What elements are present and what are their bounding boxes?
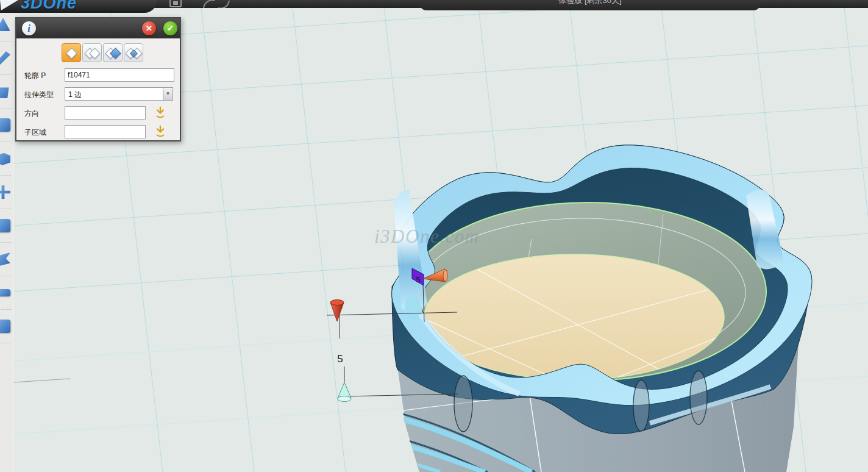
profile-field-row: 轮廓 P <box>16 66 180 85</box>
sidebar-tool-surface-icon[interactable] <box>0 109 13 142</box>
divider <box>1 343 11 343</box>
extrude-dialog: i ✕ ✓ 轮廓 P 拉伸类型 1 边 ▼ 方向 <box>15 17 181 141</box>
extrude-type-label: 拉伸类型 <box>24 90 54 100</box>
subregion-label: 子区域 <box>24 127 46 138</box>
grip-rib <box>454 376 472 432</box>
subregion-input[interactable] <box>65 125 146 138</box>
logo-arrow-icon <box>0 0 18 10</box>
handle-distance-label: 5 <box>416 275 420 284</box>
sidebar-tool-measure-icon[interactable] <box>0 276 13 310</box>
mode-intersect-button[interactable] <box>124 43 143 62</box>
cavity-floor[interactable] <box>424 254 724 380</box>
app-logo: 3DOne <box>21 0 77 13</box>
dimension-label: 5 <box>337 353 343 365</box>
dialog-titlebar[interactable]: i ✕ ✓ <box>16 18 180 38</box>
profile-label: 轮廓 P <box>24 71 46 81</box>
mode-add-button[interactable] <box>82 43 102 62</box>
mode-subtract-button[interactable] <box>103 43 123 62</box>
profile-input[interactable] <box>65 68 174 82</box>
measure-icon <box>0 289 10 296</box>
sidebar-tool-extrude-icon[interactable] <box>0 142 13 176</box>
grip-rib <box>633 380 649 431</box>
redo-icon <box>218 1 229 8</box>
mode-base-button[interactable] <box>62 43 81 62</box>
magnet-icon <box>0 219 10 232</box>
sketch-icon <box>0 51 10 65</box>
sidebar-tool-sketch-icon[interactable] <box>0 41 13 75</box>
sidebar-tool-move-icon[interactable] <box>0 176 13 209</box>
solid-icon <box>0 85 10 98</box>
left-toolbar <box>0 8 14 472</box>
subregion-picker-icon[interactable] <box>155 125 166 137</box>
window-title-tab: 体验版 [剩余30天] <box>419 0 761 10</box>
undo-icon[interactable] <box>201 0 232 8</box>
application-window: { "titlebar": { "logo": "3DOne", "title_… <box>0 0 868 472</box>
base-diamond-icon <box>66 48 77 59</box>
subregion-field-row: 子区域 <box>16 123 180 142</box>
sidebar-tool-render-icon[interactable] <box>0 310 13 343</box>
info-icon[interactable]: i <box>22 21 36 35</box>
logo-area: 3DOne <box>0 0 157 13</box>
titlebar: 体验版 [剩余30天] 3DOne <box>0 0 868 8</box>
shapes-icon <box>0 18 10 31</box>
surface-icon <box>0 118 10 132</box>
window-title: 体验版 [剩余30天] <box>419 0 761 6</box>
chevron-down-icon[interactable]: ▼ <box>163 88 173 100</box>
sidebar-tool-solid-icon[interactable] <box>0 75 13 109</box>
extrude-icon <box>0 152 10 165</box>
direction-label: 方向 <box>24 109 39 119</box>
direction-picker-icon[interactable] <box>155 106 166 118</box>
boolean-mode-row <box>16 41 180 66</box>
direction-input[interactable] <box>65 106 146 120</box>
rotate-icon <box>0 252 10 266</box>
confirm-button[interactable]: ✓ <box>163 21 177 35</box>
watermark: i3DOne.com <box>374 226 480 247</box>
sidebar-tool-rotate-icon[interactable] <box>0 243 13 276</box>
move-icon <box>0 185 10 199</box>
extrude-type-field-row: 拉伸类型 1 边 ▼ <box>16 85 180 104</box>
direction-field-row: 方向 <box>16 104 180 123</box>
sidebar-tool-magnet-icon[interactable] <box>0 209 13 243</box>
save-icon[interactable] <box>168 0 184 8</box>
render-icon <box>0 320 10 333</box>
grip-rib <box>690 371 707 424</box>
cancel-button[interactable]: ✕ <box>142 21 156 35</box>
extrude-type-select[interactable]: 1 边 ▼ <box>65 87 173 101</box>
sidebar-tool-shapes-icon[interactable] <box>0 8 13 41</box>
